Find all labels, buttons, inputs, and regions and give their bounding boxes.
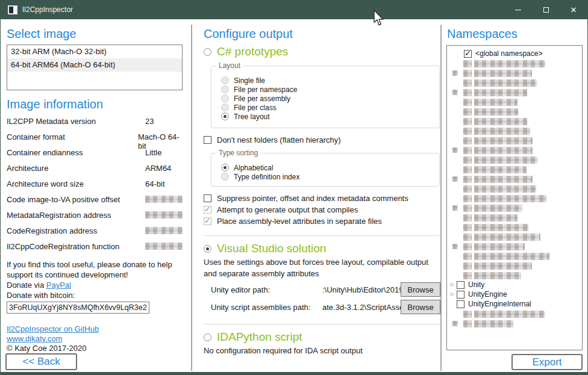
namespace-row[interactable]: ▷Unity xyxy=(447,280,582,290)
layout-option[interactable]: File per namespace xyxy=(221,85,439,94)
image-list-item[interactable]: 64-bit ARM64 (Mach-O 64-bit) xyxy=(7,58,182,72)
namespace-row[interactable] xyxy=(447,319,582,329)
output-option-checkbox[interactable]: Attempt to generate output that compiles xyxy=(204,205,440,214)
minimize-icon xyxy=(515,10,521,10)
option-label: File per class xyxy=(234,104,277,112)
image-listbox[interactable]: 32-bit ARM (Mach-O 32-bit)64-bit ARM64 (… xyxy=(7,45,183,90)
type-sorting-option[interactable]: Type definition index xyxy=(221,172,439,181)
namespace-row[interactable] xyxy=(447,242,582,252)
layout-option[interactable]: File per class xyxy=(221,103,439,112)
redacted-namespace xyxy=(474,272,521,279)
close-button[interactable]: ✕ xyxy=(560,1,587,19)
section-divider xyxy=(204,235,440,236)
redacted-namespace xyxy=(474,108,518,116)
column-divider-right xyxy=(440,25,442,371)
maximize-button[interactable] xyxy=(532,1,560,19)
unity-editor-path-value: :\Unity\Hub\Editor\2019.2.8f1 xyxy=(322,285,401,294)
export-button[interactable]: Export xyxy=(511,354,583,370)
unity-assemblies-path-label: Unity script assemblies path: xyxy=(211,303,322,312)
redacted-expander xyxy=(452,70,458,76)
redacted-checkbox xyxy=(463,234,472,241)
radio-icon xyxy=(204,333,211,341)
radio-icon xyxy=(221,95,229,102)
expander-icon[interactable]: ▷ xyxy=(451,282,454,287)
namespace-row[interactable] xyxy=(447,194,582,203)
namespace-row[interactable] xyxy=(447,155,582,165)
info-row: IL2CPP Metadata version23 xyxy=(7,117,185,132)
flatten-hierarchy-checkbox[interactable]: Don't nest folders (flatten hierarchy) xyxy=(204,135,440,144)
namespace-row[interactable] xyxy=(447,88,582,98)
bitcoin-address-field[interactable] xyxy=(7,302,149,314)
option-label: File per assembly xyxy=(234,95,290,103)
output-option-checkbox[interactable]: Place assembly-level attributes in separ… xyxy=(204,216,440,226)
redacted-checkbox xyxy=(463,176,472,183)
idapython-script-radio[interactable]: IDAPython script xyxy=(204,330,440,344)
namespace-row[interactable] xyxy=(447,184,582,194)
namespace-row[interactable] xyxy=(447,136,582,146)
namespaces-header: Namespaces xyxy=(447,27,583,41)
namespace-row[interactable] xyxy=(447,261,582,271)
namespace-row[interactable]: ▷UnityEngine xyxy=(447,290,582,300)
expander-icon[interactable]: ▷ xyxy=(451,291,454,297)
layout-option[interactable]: File per assembly xyxy=(221,94,439,103)
title-bar[interactable]: Il2CppInspector ✕ xyxy=(1,1,587,19)
idapython-script-label: IDAPython script xyxy=(217,330,302,344)
namespace-row[interactable] xyxy=(447,223,582,232)
namespace-row[interactable] xyxy=(447,126,582,136)
checkbox-icon[interactable] xyxy=(457,281,464,289)
namespace-row[interactable] xyxy=(447,98,582,107)
type-sorting-options: AlphabeticalType definition index xyxy=(211,153,439,181)
namespace-row[interactable] xyxy=(447,146,582,155)
namespace-label: <global namespace> xyxy=(475,49,542,58)
maximize-icon xyxy=(543,7,549,13)
image-list-item[interactable]: 32-bit ARM (Mach-O 32-bit) xyxy=(7,45,182,58)
namespace-row[interactable]: <global namespace> xyxy=(447,49,582,59)
checkbox-icon[interactable] xyxy=(464,50,472,58)
namespace-row[interactable] xyxy=(447,107,582,117)
checkbox-icon[interactable] xyxy=(457,291,464,299)
namespace-row[interactable] xyxy=(447,252,582,261)
redacted-expander xyxy=(452,244,458,249)
info-row: Code image-to-VA positive offset xyxy=(7,195,185,211)
browse-assemblies-button[interactable]: Browse xyxy=(401,300,440,314)
minimize-button[interactable] xyxy=(504,1,532,19)
namespace-row[interactable] xyxy=(447,232,582,242)
paypal-link[interactable]: PayPal xyxy=(46,280,71,290)
website-link[interactable]: www.djkaty.com xyxy=(7,334,62,343)
layout-option[interactable]: Single file xyxy=(221,76,439,85)
idapython-description: No configuration required for IDA script… xyxy=(204,345,440,356)
redacted-namespace xyxy=(474,185,536,193)
csharp-prototypes-radio[interactable]: C# prototypes xyxy=(204,45,440,58)
info-label: MetadataRegistration address xyxy=(7,211,145,226)
browse-editor-button[interactable]: Browse xyxy=(401,282,440,297)
namespace-row[interactable] xyxy=(447,271,582,280)
info-label: CodeRegistration address xyxy=(7,226,145,242)
namespace-row[interactable] xyxy=(447,117,582,126)
visual-studio-solution-radio[interactable]: Visual Studio solution xyxy=(204,242,440,255)
namespace-row[interactable] xyxy=(447,213,582,223)
output-option-checkbox[interactable]: Suppress pointer, offset and index metad… xyxy=(204,193,440,203)
namespace-row[interactable] xyxy=(447,203,582,213)
namespace-row[interactable] xyxy=(447,78,582,88)
layout-option[interactable]: Tree layout xyxy=(221,112,439,121)
radio-icon xyxy=(221,76,229,84)
namespace-row[interactable] xyxy=(447,165,582,175)
type-sorting-option[interactable]: Alphabetical xyxy=(221,163,439,172)
visual-studio-solution-label: Visual Studio solution xyxy=(217,242,326,255)
visual-studio-description: Uses the settings above but forces tree … xyxy=(204,256,440,279)
namespaces-tree[interactable]: <global namespace>▷Unity▷UnityEngineUnit… xyxy=(446,45,583,350)
redacted-checkbox xyxy=(463,185,472,193)
github-link[interactable]: Il2CppInspector on GitHub xyxy=(7,324,99,333)
option-label: Alphabetical xyxy=(234,164,273,172)
output-option-checkboxes: Suppress pointer, offset and index metad… xyxy=(204,193,440,226)
redacted-namespace xyxy=(474,195,546,202)
configure-output-panel: Configure output C# prototypes Layout Si… xyxy=(204,25,440,356)
back-button[interactable]: << Back xyxy=(5,353,77,370)
namespace-row[interactable]: UnityEngineInternal xyxy=(447,300,582,309)
namespace-row[interactable] xyxy=(447,69,582,78)
checkbox-icon[interactable] xyxy=(457,300,464,308)
namespace-row[interactable] xyxy=(447,175,582,184)
namespace-row[interactable] xyxy=(447,59,582,69)
namespace-row[interactable] xyxy=(447,309,582,319)
info-row: Container formatMach-O 64-bit xyxy=(7,132,185,148)
